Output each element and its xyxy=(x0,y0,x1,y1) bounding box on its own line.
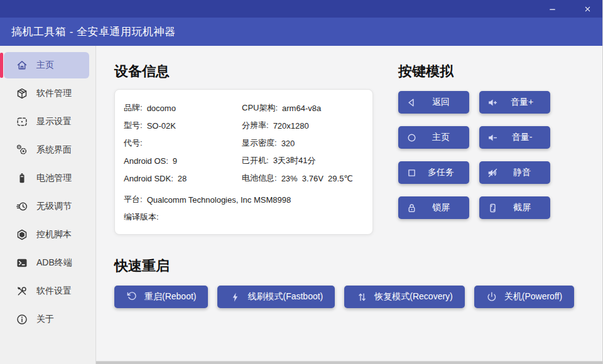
reboot-button-reboot[interactable]: 重启(Reboot) xyxy=(114,286,208,308)
mute-icon xyxy=(487,167,499,179)
screenshot-icon xyxy=(487,202,499,214)
sidebar-item-terminal[interactable]: ADB终端 xyxy=(4,250,89,276)
app-title: 搞机工具箱 - 全安卓通用玩机神器 xyxy=(11,24,176,39)
button-label: 线刷模式(Fastboot) xyxy=(247,291,323,302)
device-info-value: 23% 3.76V 29.5℃ xyxy=(281,174,353,183)
device-info-label: Android SDK: xyxy=(124,174,173,183)
reboot-icon xyxy=(126,291,138,303)
button-label: 音量- xyxy=(499,132,550,143)
minimize-button[interactable] xyxy=(542,1,562,16)
sidebar-item-label: 软件管理 xyxy=(36,88,72,99)
device-info-label: 平台: xyxy=(124,194,143,205)
sidebar-item-label: 系统界面 xyxy=(36,144,72,156)
sidebar-item-tools[interactable]: 软件设置 xyxy=(4,278,89,304)
device-info-row: 分辨率:720x1280 xyxy=(242,117,364,134)
device-info-label: 已开机: xyxy=(242,155,269,166)
main-body: 主页软件管理显示设置系统界面电池管理无级调节控机脚本ADB终端软件设置关于 设备… xyxy=(0,46,602,364)
poweroff-icon xyxy=(486,291,498,303)
device-info-row: 平台:Qualcomm Technologies, Inc MSM8998 xyxy=(124,191,364,208)
back-icon xyxy=(406,97,418,109)
key-simulation-title: 按键模拟 xyxy=(398,62,550,81)
button-label: 音量+ xyxy=(499,97,550,108)
quick-reboot-title: 快速重启 xyxy=(114,257,602,276)
device-info-label: 编译版本: xyxy=(124,211,159,223)
keysim-button-mute[interactable]: 静音 xyxy=(479,161,550,184)
device-info-value: 9 xyxy=(173,156,177,166)
volume-down-icon xyxy=(487,132,499,144)
app-header: 搞机工具箱 - 全安卓通用玩机神器 xyxy=(0,18,602,46)
titlebar xyxy=(0,0,602,18)
keysim-button-lock[interactable]: 锁屏 xyxy=(398,196,469,219)
sidebar-item-label: 控机脚本 xyxy=(36,229,72,240)
device-info-row: 代号: xyxy=(124,134,242,152)
keysim-button-volume-down[interactable]: 音量- xyxy=(479,126,550,149)
reboot-button-fastboot[interactable]: 线刷模式(Fastboot) xyxy=(217,286,335,308)
device-info-label: 显示密度: xyxy=(242,137,277,149)
sidebar-item-package[interactable]: 软件管理 xyxy=(4,80,89,107)
device-info-row: 品牌:docomo xyxy=(124,99,242,117)
device-info-card: 品牌:docomo型号:SO-02K代号:Android OS:9Android… xyxy=(114,89,373,235)
device-info-label: Android OS: xyxy=(124,156,168,166)
button-label: 恢复模式(Recovery) xyxy=(374,291,452,302)
gears-icon xyxy=(16,144,28,156)
keysim-button-back[interactable]: 返回 xyxy=(398,91,469,114)
device-info-row: CPU架构:arm64-v8a xyxy=(242,99,364,117)
reboot-button-recovery[interactable]: 恢复模式(Recovery) xyxy=(344,286,464,308)
sidebar-item-label: 主页 xyxy=(36,60,54,71)
quick-reboot-section: 快速重启 重启(Reboot)线刷模式(Fastboot)恢复模式(Recove… xyxy=(114,257,602,308)
display-icon xyxy=(16,115,28,128)
battery-icon xyxy=(16,172,28,185)
package-icon xyxy=(16,87,28,100)
button-label: 截屏 xyxy=(499,202,550,213)
button-label: 静音 xyxy=(499,167,550,178)
sidebar-item-info[interactable]: 关于 xyxy=(4,306,89,333)
lock-icon xyxy=(406,202,418,214)
device-info-value: docomo xyxy=(147,104,176,113)
sidebar-item-speed[interactable]: 无级调节 xyxy=(4,193,89,220)
key-simulation-section: 按键模拟 返回音量+主页音量-多任务静音锁屏截屏 xyxy=(398,62,550,235)
app-window: 搞机工具箱 - 全安卓通用玩机神器 主页软件管理显示设置系统界面电池管理无级调节… xyxy=(0,0,603,364)
recovery-icon xyxy=(356,291,368,303)
sidebar-item-label: 电池管理 xyxy=(36,173,72,184)
sidebar-item-battery[interactable]: 电池管理 xyxy=(4,165,89,191)
device-info-value: SO-02K xyxy=(147,121,176,131)
key-simulation-grid: 返回音量+主页音量-多任务静音锁屏截屏 xyxy=(398,91,550,219)
quick-reboot-row: 重启(Reboot)线刷模式(Fastboot)恢复模式(Recovery)关机… xyxy=(114,286,602,308)
device-info-label: 分辨率: xyxy=(242,120,269,131)
reboot-button-poweroff[interactable]: 关机(Poweroff) xyxy=(474,286,574,308)
active-indicator xyxy=(0,53,3,78)
sidebar-item-hexagon[interactable]: 控机脚本 xyxy=(4,222,89,248)
device-info-value: arm64-v8a xyxy=(282,104,321,113)
sidebar-item-display[interactable]: 显示设置 xyxy=(4,109,89,135)
close-button[interactable] xyxy=(577,1,597,16)
sidebar-item-label: 软件设置 xyxy=(36,286,72,297)
keysim-button-multitask[interactable]: 多任务 xyxy=(398,161,469,184)
device-info-label: 型号: xyxy=(124,120,143,131)
tools-icon xyxy=(16,285,28,297)
device-info-label: 品牌: xyxy=(124,102,143,114)
bottom-strip xyxy=(96,361,602,364)
sidebar-item-label: 无级调节 xyxy=(36,201,72,212)
keysim-button-home-circle[interactable]: 主页 xyxy=(398,126,469,149)
sidebar-item-label: 显示设置 xyxy=(36,116,72,127)
button-label: 主页 xyxy=(418,132,469,143)
sidebar-item-gears[interactable]: 系统界面 xyxy=(4,137,89,163)
sidebar-item-label: 关于 xyxy=(36,314,54,325)
sidebar-item-home[interactable]: 主页 xyxy=(4,52,89,78)
device-info-row: 已开机:3天3时41分 xyxy=(242,152,364,169)
keysim-button-screenshot[interactable]: 截屏 xyxy=(479,196,550,219)
device-info-title: 设备信息 xyxy=(114,62,398,81)
device-info-row: 编译版本: xyxy=(124,208,364,226)
main-content: 设备信息 品牌:docomo型号:SO-02K代号:Android OS:9An… xyxy=(96,46,602,364)
sidebar: 主页软件管理显示设置系统界面电池管理无级调节控机脚本ADB终端软件设置关于 xyxy=(0,46,96,364)
volume-up-icon xyxy=(487,97,499,109)
device-info-full-rows: 平台:Qualcomm Technologies, Inc MSM8998编译版… xyxy=(124,191,364,226)
device-info-row: Android SDK:28 xyxy=(124,169,242,187)
device-info-left-column: 品牌:docomo型号:SO-02K代号:Android OS:9Android… xyxy=(124,99,242,187)
info-icon xyxy=(16,313,28,326)
device-info-section: 设备信息 品牌:docomo型号:SO-02K代号:Android OS:9An… xyxy=(114,62,398,235)
keysim-button-volume-up[interactable]: 音量+ xyxy=(479,91,550,114)
device-info-right-column: CPU架构:arm64-v8a分辨率:720x1280显示密度:320已开机:3… xyxy=(242,99,364,187)
device-info-label: CPU架构: xyxy=(242,102,278,114)
device-info-value: 3天3时41分 xyxy=(273,155,316,166)
